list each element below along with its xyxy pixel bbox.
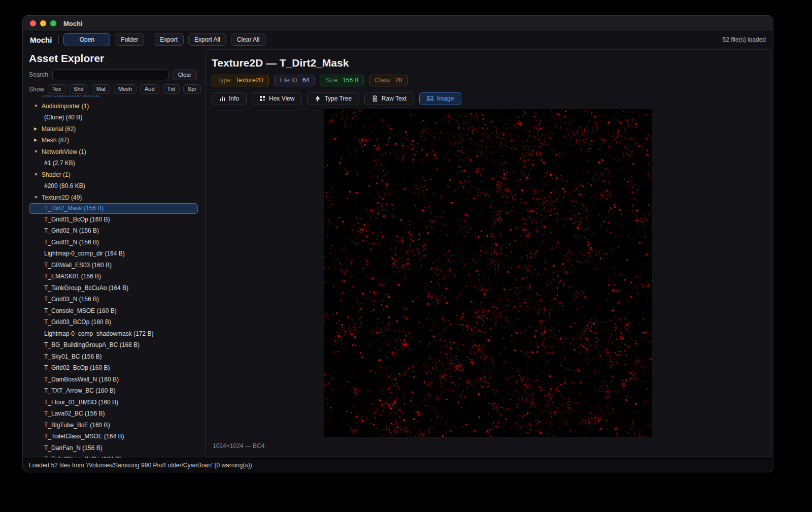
tree-row-label: T_ToiletGlass_MSOE (164 B) xyxy=(44,431,124,442)
tree-row[interactable]: T_BG_BuildingGroupA_BC (168 B) xyxy=(29,339,198,351)
tree-row[interactable]: ▼ Texture2D (49) xyxy=(29,192,198,204)
content-area: Asset Explorer Search Clear Show Tex Shd xyxy=(23,48,773,458)
filter-chip[interactable]: Shd xyxy=(69,84,88,94)
badge-value: 64 xyxy=(302,77,309,84)
sidebar-title: Asset Explorer xyxy=(29,52,201,65)
toolbar: Mochi Open Folder Export Export All Clea… xyxy=(23,31,773,48)
tree-row-label: T_BG_BuildingGroupA_BC (168 B) xyxy=(44,340,140,350)
tab-image[interactable]: Image xyxy=(419,92,461,105)
tree-row[interactable]: ▼ sharedassets0.assets xyxy=(29,95,198,101)
tree-row[interactable]: T_BlgTube_BcE (160 B) xyxy=(29,420,198,431)
tree-row[interactable]: T_DamBossWall_N (160 B) xyxy=(29,374,198,386)
bar-chart-icon xyxy=(219,95,225,102)
tree-row[interactable]: T_Grid03_N (156 B) xyxy=(29,294,198,305)
tree-row[interactable]: T_Grid01_BcOp (160 B) xyxy=(29,214,198,226)
tree-row[interactable]: (Clone) (40 B) xyxy=(29,112,198,123)
tree-row[interactable]: T_EMASK01 (156 B) xyxy=(29,271,198,282)
search-input[interactable] xyxy=(52,69,168,80)
tree-row[interactable]: T_Dirt2_Mask (156 B) xyxy=(29,203,198,214)
tree-row[interactable]: T_Grid02_N (156 B) xyxy=(29,225,198,237)
tab-label: Type Tree xyxy=(324,95,351,102)
tree-row[interactable]: ▼ NetworkView (1) xyxy=(29,146,198,158)
tree-row[interactable]: T_Grid01_N (156 B) xyxy=(29,237,198,248)
search-clear-button[interactable]: Clear xyxy=(173,70,197,80)
folder-button[interactable]: Folder xyxy=(115,34,144,46)
tree-row[interactable]: T_Floor_01_BMSO (160 B) xyxy=(29,397,198,408)
tree-row[interactable]: Lightmap-0_comp_shadowmask (172 B) xyxy=(29,328,198,340)
tree-row-label: NetworkView (1) xyxy=(42,147,86,157)
tab-raw-text[interactable]: Raw Text xyxy=(364,92,414,105)
tree-expander-icon[interactable]: ▶ xyxy=(34,124,39,135)
minimize-window-button[interactable] xyxy=(40,20,46,26)
tree-expander-icon[interactable]: ▼ xyxy=(34,193,39,203)
export-button[interactable]: Export xyxy=(154,34,184,46)
window-controls xyxy=(30,20,56,26)
badge-label: Size: xyxy=(325,77,339,84)
toolbar-divider xyxy=(58,35,59,44)
tree-expander-icon[interactable]: ▼ xyxy=(34,147,39,157)
tree-expander-icon[interactable]: ▼ xyxy=(34,170,39,180)
tree-row[interactable]: T_Lava02_BC (156 B) xyxy=(29,408,198,420)
tree-row-label: Shader (1) xyxy=(42,170,71,180)
tree-row-label: T_Lava02_BC (156 B) xyxy=(44,408,105,419)
tree-expander-icon[interactable]: ▶ xyxy=(34,135,39,146)
image-icon xyxy=(427,95,433,102)
tree-row-label: T_DanFan_N (156 B) xyxy=(44,443,103,454)
badge-label: Class: xyxy=(375,77,391,84)
export-all-button[interactable]: Export All xyxy=(188,34,226,46)
zoom-window-button[interactable] xyxy=(50,20,56,26)
tree-row-label: T_Grid03_N (156 B) xyxy=(44,294,99,305)
tree-row[interactable]: T_Grid03_BCOp (160 B) xyxy=(29,316,198,328)
tree-row-label: T_ToiletGlass_BcOp (164 B) xyxy=(44,454,121,458)
asset-tree: ▼ sharedassets0.assets ▼ AudioImporter (… xyxy=(29,95,201,458)
tree-row-label: T_EMASK01 (156 B) xyxy=(44,271,101,282)
tree-row[interactable]: ▼ AudioImporter (1) xyxy=(29,101,198,112)
tab-info[interactable]: Info xyxy=(212,92,247,105)
filter-chip[interactable]: Mesh xyxy=(114,84,137,94)
document-icon xyxy=(372,95,378,102)
tree-row-label: #1 (2.7 KB) xyxy=(44,158,75,169)
close-window-button[interactable] xyxy=(30,20,36,26)
filter-chip[interactable]: Mat xyxy=(92,84,110,94)
tree-row[interactable]: ▶ Material (62) xyxy=(29,123,198,135)
tree-row[interactable]: ▶ Mesh (87) xyxy=(29,135,198,146)
filter-chip[interactable]: Txt xyxy=(163,84,180,94)
tree-row[interactable]: ▼ Shader (1) xyxy=(29,169,198,181)
clear-all-button[interactable]: Clear All xyxy=(231,34,266,46)
tab-hex-view[interactable]: Hex View xyxy=(252,92,302,105)
desktop-background: Mochi Mochi Open Folder Export Export Al… xyxy=(0,0,812,512)
filter-chip[interactable]: Spr xyxy=(183,84,201,94)
filter-row: Show Tex Shd Mat Mesh Aud xyxy=(29,84,201,94)
filter-chip[interactable]: Aud xyxy=(140,84,159,94)
tree-row[interactable]: T_TankGroup_BcCuAo (164 B) xyxy=(29,282,198,294)
filter-chip[interactable]: Tex xyxy=(48,84,65,94)
view-tabs: Info Hex View Type Tree xyxy=(212,92,764,105)
titlebar[interactable]: Mochi xyxy=(23,16,773,31)
toolbar-divider xyxy=(149,35,149,44)
tree-row[interactable]: T_Grid02_BcOp (160 B) xyxy=(29,362,198,374)
tree-row[interactable]: #1 (2.7 KB) xyxy=(29,157,198,169)
tree-row[interactable]: Lightmap-0_comp_dir (164 B) xyxy=(29,248,198,260)
tree-row[interactable]: #200 (80.6 KB) xyxy=(29,180,198,192)
tree-row-label: T_Dirt2_Mask (156 B) xyxy=(44,204,104,213)
tree-row[interactable]: T_Console_MSOE (160 B) xyxy=(29,305,198,317)
tab-type-tree[interactable]: Type Tree xyxy=(307,92,359,105)
tree-expander-icon[interactable]: ▼ xyxy=(34,101,39,112)
tree-row[interactable]: T_ToiletGlass_BcOp (164 B) xyxy=(29,454,198,458)
tree-row[interactable]: T_ToiletGlass_MSOE (164 B) xyxy=(29,431,198,442)
tree-expander-icon[interactable]: ▼ xyxy=(34,95,39,100)
tree-row-label: T_Console_MSOE (160 B) xyxy=(44,306,117,316)
tree-row[interactable]: T_TXT_Arrow_BC (160 B) xyxy=(29,385,198,397)
open-button[interactable]: Open xyxy=(63,33,110,46)
texture-preview-image xyxy=(324,109,652,437)
tree-row[interactable]: T_DanFan_N (156 B) xyxy=(29,442,198,454)
files-loaded-status: 52 file(s) loaded xyxy=(723,36,766,43)
tree-row-label: T_DamBossWall_N (160 B) xyxy=(44,374,119,385)
show-label: Show xyxy=(29,86,44,93)
tree-row[interactable]: T_Sky01_BC (156 B) xyxy=(29,351,198,363)
tree-row[interactable]: T_GBWall_ES03 (160 B) xyxy=(29,260,198,271)
tree-row-label: T_Grid01_BcOp (160 B) xyxy=(44,214,110,225)
tree-row-label: #200 (80.6 KB) xyxy=(44,181,85,191)
class-badge: Class: 28 xyxy=(369,75,408,86)
badge-label: File ID: xyxy=(280,77,299,84)
